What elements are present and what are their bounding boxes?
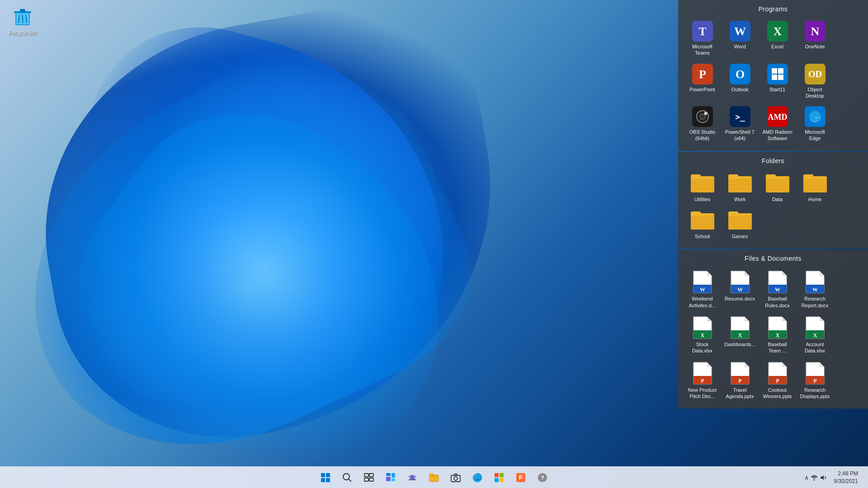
svg-text:N: N xyxy=(811,25,819,38)
svg-rect-85 xyxy=(364,478,368,481)
svg-point-29 xyxy=(704,112,707,115)
app-icon-excel[interactable]: X Excel xyxy=(760,19,794,58)
svg-point-81 xyxy=(343,474,349,480)
folder-label-games: Games xyxy=(732,233,748,239)
file-label-cookout: Cookout Winners.pptx xyxy=(762,387,793,400)
clock[interactable]: 2:48 PM 9/30/2021 xyxy=(831,469,861,486)
folder-label-home: Home xyxy=(808,196,821,202)
svg-text:X: X xyxy=(738,332,742,338)
file-label-baseball-rules: Baseball Rules.docx xyxy=(762,296,793,309)
file-label-new-product: New Product Pitch Dec... xyxy=(687,387,717,400)
app-icon-image-excel: X xyxy=(767,21,788,42)
search-taskbar-button[interactable] xyxy=(337,468,357,488)
app-icon-word[interactable]: W Word xyxy=(723,19,757,58)
app-icon-outlook[interactable]: O Outlook xyxy=(723,62,757,101)
app-icon-object-desktop[interactable]: OD Object Desktop xyxy=(798,62,832,101)
file-icon-baseball-team[interactable]: X Baseball Team ... xyxy=(760,314,794,356)
folder-icon-school[interactable]: School xyxy=(685,208,719,241)
svg-text:P: P xyxy=(699,68,706,81)
folder-icon-work[interactable]: Work xyxy=(723,171,757,204)
widgets-button[interactable] xyxy=(381,468,401,488)
programs-title: Programs xyxy=(685,5,861,13)
fences-button[interactable]: F xyxy=(511,468,531,488)
app-icon-label-teams: Microsoft Teams xyxy=(687,43,717,56)
file-image-travel-agenda: P xyxy=(730,361,750,385)
svg-text:P: P xyxy=(701,378,704,384)
file-icon-resume[interactable]: W Resume.docx xyxy=(723,268,757,310)
svg-rect-22 xyxy=(778,75,783,80)
svg-text:O: O xyxy=(735,68,744,81)
app-icon-label-start11: Start11 xyxy=(769,86,785,93)
folder-image-school xyxy=(691,210,714,231)
file-icon-cookout[interactable]: P Cookout Winners.pptx xyxy=(760,360,794,402)
app-icon-image-word: W xyxy=(730,21,750,42)
svg-rect-87 xyxy=(386,473,391,476)
programs-grid: T Microsoft Teams W Word X Excel N OneNo… xyxy=(685,19,861,144)
app-icon-image-start11 xyxy=(767,64,788,84)
app-icon-label-excel: Excel xyxy=(771,43,783,50)
file-icon-research-displays[interactable]: P Research Displays.pptx xyxy=(798,360,832,402)
folders-section: Folders Utilities Work xyxy=(678,152,868,249)
file-image-resume: W xyxy=(730,270,750,294)
svg-rect-84 xyxy=(369,474,373,477)
svg-point-28 xyxy=(701,115,704,118)
app-icon-start11[interactable]: Start11 xyxy=(760,62,794,101)
folder-icon-games[interactable]: Games xyxy=(723,208,757,241)
app-icon-powerpoint[interactable]: P PowerPoint xyxy=(685,62,719,101)
app-icon-label-outlook: Outlook xyxy=(731,86,749,93)
recycle-bin-icon[interactable]: Recycle Bin xyxy=(5,5,41,39)
file-label-research-report: Research Report.docx xyxy=(800,296,830,309)
app-icon-image-powershell: >_ xyxy=(730,106,750,127)
file-icon-dashboards[interactable]: X Dashboards... xyxy=(723,314,757,356)
app-icon-label-object-desktop: Object Desktop xyxy=(800,86,830,99)
app-icon-powershell[interactable]: >_ PowerShell 7 (x64) xyxy=(723,104,757,144)
system-tray[interactable]: ∧ xyxy=(802,473,829,482)
file-icon-travel-agenda[interactable]: P Travel Agenda.pptx xyxy=(723,360,757,402)
start-button[interactable] xyxy=(316,468,335,488)
file-icon-weekend[interactable]: W Weekend Activites.d... xyxy=(685,268,719,310)
file-icon-research-report[interactable]: W Research Report.docx xyxy=(798,268,832,310)
unknown-app-button[interactable]: ? xyxy=(533,468,552,488)
file-icon-account-data[interactable]: X Account Data.xlsx xyxy=(798,314,832,356)
svg-point-97 xyxy=(454,477,458,480)
app-icon-edge[interactable]: Microsoft Edge xyxy=(798,104,832,144)
time-display: 2:48 PM xyxy=(838,470,858,478)
file-explorer-button[interactable] xyxy=(424,468,444,488)
app-icon-amd[interactable]: AMD AMD Radeon Software xyxy=(760,104,794,144)
app-icon-obs[interactable]: OBS Studio (64bit) xyxy=(685,104,719,144)
file-label-stock-data: Stock Data.xlsx xyxy=(687,341,717,354)
svg-rect-77 xyxy=(321,473,325,477)
file-label-travel-agenda: Travel Agenda.pptx xyxy=(725,387,755,400)
task-view-button[interactable] xyxy=(359,468,379,488)
folder-icon-utilities[interactable]: Utilities xyxy=(685,171,719,204)
taskbar-center: F ? xyxy=(316,468,552,488)
file-icon-stock-data[interactable]: X Stock Data.xlsx xyxy=(685,314,719,356)
app-icon-teams[interactable]: T Microsoft Teams xyxy=(685,19,719,58)
svg-rect-96 xyxy=(451,475,460,482)
svg-text:W: W xyxy=(737,286,743,293)
svg-rect-101 xyxy=(500,478,504,482)
app-icon-label-powerpoint: PowerPoint xyxy=(689,86,715,93)
right-panel: Programs T Microsoft Teams W Word X Exce… xyxy=(678,0,868,244)
file-icon-baseball-rules[interactable]: W Baseball Rules.docx xyxy=(760,268,794,310)
file-label-weekend: Weekend Activites.d... xyxy=(687,296,717,309)
store-button[interactable] xyxy=(489,468,509,488)
edge-taskbar-button[interactable] xyxy=(467,468,487,488)
svg-point-92 xyxy=(409,475,411,478)
svg-rect-78 xyxy=(326,473,330,477)
file-image-weekend: W xyxy=(693,270,712,294)
folder-icon-data[interactable]: Data xyxy=(760,171,794,204)
file-image-new-product: P xyxy=(693,361,712,385)
folder-label-data: Data xyxy=(772,196,783,202)
app-icon-image-object-desktop: OD xyxy=(805,64,826,84)
camera-button[interactable] xyxy=(446,468,466,488)
app-icon-onenote[interactable]: N OneNote xyxy=(798,19,832,58)
file-icon-new-product[interactable]: P New Product Pitch Dec... xyxy=(685,360,719,402)
svg-text:?: ? xyxy=(541,474,544,481)
svg-text:T: T xyxy=(698,25,706,38)
folder-icon-home[interactable]: Home xyxy=(798,171,832,204)
chat-button[interactable] xyxy=(402,468,422,488)
svg-text:>_: >_ xyxy=(735,112,745,122)
svg-text:W: W xyxy=(812,286,818,293)
folder-label-school: School xyxy=(695,233,710,239)
